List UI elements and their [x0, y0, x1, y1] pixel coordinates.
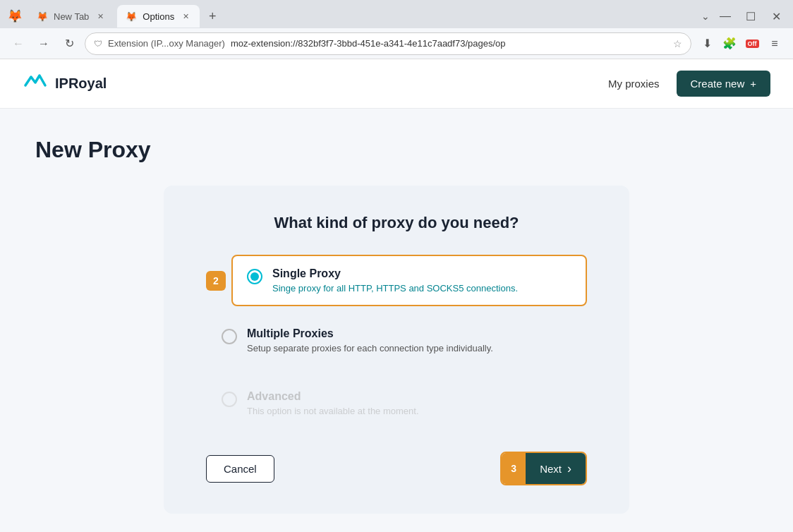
next-label: Next — [540, 463, 562, 475]
header-nav: My proxies Create new + — [608, 71, 770, 97]
tab-new-tab[interactable]: 🦊 New Tab ✕ — [28, 5, 114, 28]
multiple-proxies-title: Multiple Proxies — [247, 327, 493, 340]
single-proxy-title: Single Proxy — [272, 267, 518, 280]
menu-button[interactable]: ≡ — [765, 34, 785, 54]
address-bar[interactable]: 🛡 Extension (IP...oxy Manager) moz-exten… — [85, 32, 691, 55]
off-badge-button[interactable]: Off — [742, 34, 762, 54]
advanced-radio — [222, 392, 237, 407]
maximize-button[interactable]: ☐ — [741, 6, 761, 26]
multiple-proxies-option[interactable]: Multiple Proxies Setup separate proxies … — [206, 315, 587, 366]
toolbar-actions: ⬇ 🧩 Off ≡ — [697, 34, 785, 54]
browser-titlebar: 🦊 🦊 New Tab ✕ 🦊 Options ✕ + ⌄ — ☐ ✕ — [0, 0, 793, 28]
extensions-button[interactable]: 🧩 — [720, 34, 739, 54]
main-area: New Proxy What kind of proxy do you need… — [0, 109, 793, 532]
next-area: 3 Next › — [500, 452, 587, 485]
single-proxy-text: Single Proxy Singe proxy for all HTTP, H… — [272, 267, 518, 294]
multiple-proxies-desc: Setup separate proxies for each connecti… — [247, 343, 493, 353]
single-proxy-desc: Singe proxy for all HTTP, HTTPS and SOCK… — [272, 283, 518, 294]
security-icon: 🛡 — [94, 39, 102, 49]
next-chevron-icon: › — [567, 461, 571, 476]
multiple-proxies-radio[interactable] — [222, 329, 237, 344]
dropdown-arrow-icon: ⌄ — [701, 11, 710, 22]
tab-close-icon[interactable]: ✕ — [180, 11, 191, 22]
off-badge: Off — [746, 40, 759, 48]
create-new-button[interactable]: Create new + — [677, 71, 770, 97]
new-tab-button[interactable]: + — [202, 6, 222, 26]
tab-favicon: 🦊 — [126, 11, 137, 22]
tab-favicon: 🦊 — [37, 11, 48, 22]
bookmark-icon[interactable]: ☆ — [673, 38, 682, 49]
multiple-proxies-text: Multiple Proxies Setup separate proxies … — [247, 327, 493, 353]
browser-window: 🦊 🦊 New Tab ✕ 🦊 Options ✕ + ⌄ — ☐ ✕ ← → … — [0, 0, 793, 532]
reload-button[interactable]: ↻ — [59, 34, 79, 54]
close-button[interactable]: ✕ — [766, 6, 786, 26]
plus-icon: + — [750, 78, 756, 90]
minimize-button[interactable]: — — [715, 6, 735, 26]
single-proxy-radio[interactable] — [247, 269, 262, 284]
tab-close-icon[interactable]: ✕ — [95, 11, 106, 22]
create-new-label: Create new — [691, 78, 745, 90]
step-2-badge: 2 — [206, 271, 226, 291]
proxy-type-card: What kind of proxy do you need? 2 Single… — [164, 186, 629, 514]
single-proxy-option[interactable]: Single Proxy Singe proxy for all HTTP, H… — [231, 255, 587, 306]
tab-label: Options — [143, 11, 174, 22]
url-text: moz-extension://832bf3f7-3bbd-451e-a341-… — [231, 38, 667, 49]
logo-text: IPRoyal — [55, 75, 107, 92]
logo-area: IPRoyal — [23, 71, 107, 96]
extension-label: Extension (IP...oxy Manager) — [108, 38, 225, 49]
firefox-logo-icon: 🦊 — [7, 8, 23, 24]
page-content: IPRoyal My proxies Create new + New Prox… — [0, 59, 793, 532]
forward-button[interactable]: → — [34, 34, 54, 54]
tab-options[interactable]: 🦊 Options ✕ — [117, 5, 200, 28]
iproyal-logo-icon — [23, 71, 48, 96]
advanced-text: Advanced This option is not available at… — [247, 390, 419, 416]
my-proxies-link[interactable]: My proxies — [608, 78, 660, 90]
advanced-title: Advanced — [247, 390, 419, 403]
page-title: New Proxy — [35, 137, 758, 163]
next-button[interactable]: Next › — [526, 453, 586, 484]
step-3-badge: 3 — [502, 453, 526, 484]
card-question: What kind of proxy do you need? — [206, 214, 587, 232]
pocket-button[interactable]: ⬇ — [697, 34, 717, 54]
cancel-button[interactable]: Cancel — [206, 455, 274, 483]
radio-inner-dot — [250, 272, 259, 281]
browser-navbar: ← → ↻ 🛡 Extension (IP...oxy Manager) moz… — [0, 28, 793, 59]
card-footer: Cancel 3 Next › — [206, 452, 587, 485]
advanced-option: Advanced This option is not available at… — [206, 377, 587, 429]
back-button[interactable]: ← — [8, 34, 28, 54]
tab-label: New Tab — [54, 11, 89, 22]
app-header: IPRoyal My proxies Create new + — [0, 59, 793, 109]
advanced-desc: This option is not available at the mome… — [247, 406, 419, 416]
